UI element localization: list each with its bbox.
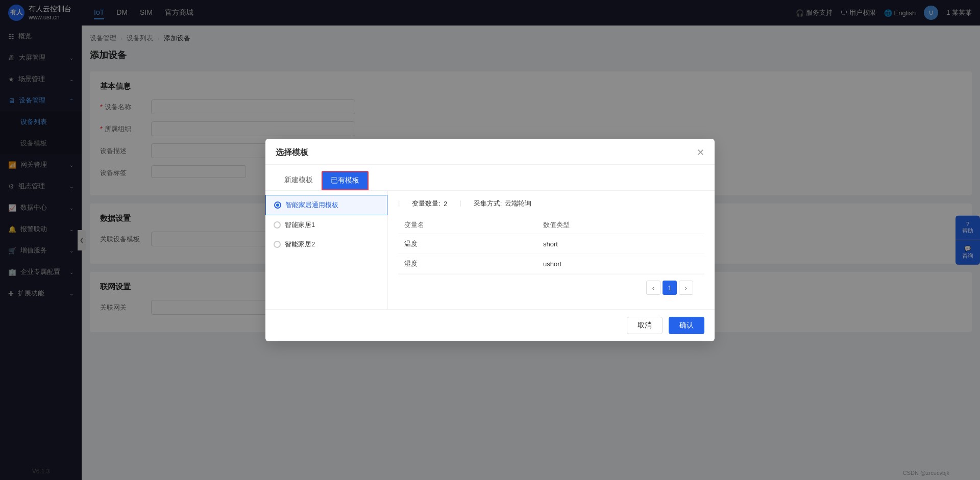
table-row: 温度short xyxy=(398,234,704,254)
variable-table: 变量名 数值类型 温度short湿度ushort xyxy=(398,216,704,274)
modal-body: 智能家居通用模板 智能家居1 智能家居2 | 变量数量: 2 xyxy=(265,191,715,309)
select-template-modal: 选择模板 ✕ 新建模板 已有模板 智能家居通用模板 智能家居1 xyxy=(265,139,715,341)
template-detail-panel: | 变量数量: 2 | 采集方式: 云端轮询 变量名 xyxy=(388,191,715,309)
radio-unchecked-icon xyxy=(274,221,281,229)
variable-count-meta: 变量数量: 2 xyxy=(412,199,447,208)
confirm-button[interactable]: 确认 xyxy=(669,317,704,334)
template-list-item-2[interactable]: 智能家居2 xyxy=(265,235,387,254)
template-list-item-1[interactable]: 智能家居1 xyxy=(265,215,387,235)
modal-footer: 取消 确认 xyxy=(265,309,715,341)
tab-new-template[interactable]: 新建模板 xyxy=(276,171,322,190)
table-cell-type: ushort xyxy=(537,254,704,274)
tab-existing-template[interactable]: 已有模板 xyxy=(322,171,369,190)
detail-meta: | 变量数量: 2 | 采集方式: 云端轮询 xyxy=(398,199,704,208)
table-cell-name: 湿度 xyxy=(398,254,537,274)
cancel-button[interactable]: 取消 xyxy=(627,317,663,334)
radio-checked-icon xyxy=(274,201,281,209)
modal-overlay: 选择模板 ✕ 新建模板 已有模板 智能家居通用模板 智能家居1 xyxy=(0,0,980,480)
radio-unchecked-icon xyxy=(274,241,281,248)
modal-title: 选择模板 xyxy=(276,147,308,158)
col-header-name: 变量名 xyxy=(398,216,537,234)
col-header-type: 数值类型 xyxy=(537,216,704,234)
next-page-btn[interactable]: › xyxy=(679,281,693,295)
modal-header: 选择模板 ✕ xyxy=(265,139,715,165)
current-page-btn[interactable]: 1 xyxy=(663,281,677,295)
template-list-item-0[interactable]: 智能家居通用模板 xyxy=(265,195,387,215)
template-list-panel: 智能家居通用模板 智能家居1 智能家居2 xyxy=(265,191,388,309)
table-row: 湿度ushort xyxy=(398,254,704,274)
table-cell-type: short xyxy=(537,234,704,254)
pagination: ‹ 1 › xyxy=(398,274,704,301)
prev-page-btn[interactable]: ‹ xyxy=(646,281,660,295)
collect-method-meta: 采集方式: 云端轮询 xyxy=(474,199,532,208)
modal-close-btn[interactable]: ✕ xyxy=(697,147,704,158)
table-cell-name: 温度 xyxy=(398,234,537,254)
